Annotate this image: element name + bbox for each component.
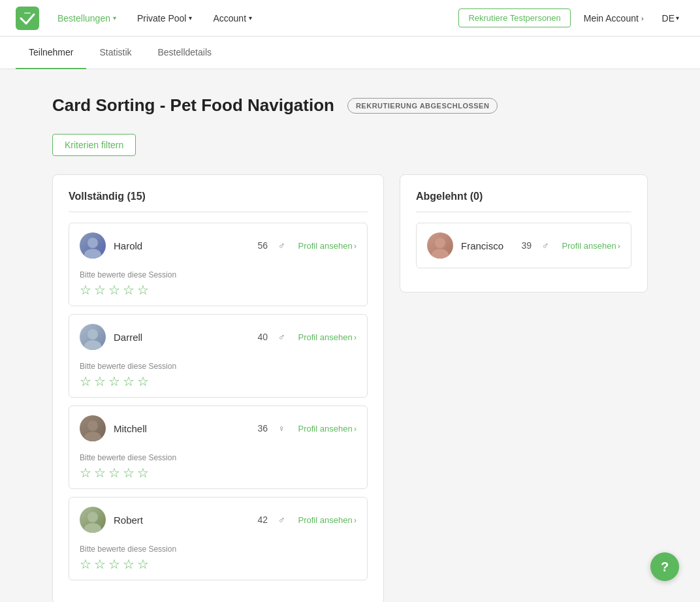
stars-darrell bbox=[80, 375, 357, 388]
page-title-row: Card Sorting - Pet Food Navigation REKRU… bbox=[52, 95, 648, 116]
main-content: Card Sorting - Pet Food Navigation REKRU… bbox=[0, 69, 700, 602]
svg-point-7 bbox=[88, 512, 98, 522]
svg-point-2 bbox=[84, 249, 101, 259]
svg-point-1 bbox=[88, 238, 98, 248]
gender-icon-harold: ♂ bbox=[278, 240, 285, 251]
avatar-harold bbox=[80, 232, 106, 259]
star-3-darrell[interactable] bbox=[108, 375, 120, 388]
stars-harold bbox=[80, 283, 357, 296]
filter-button[interactable]: Kriterien filtern bbox=[52, 134, 136, 156]
stars-robert bbox=[80, 558, 357, 571]
profile-link-robert[interactable]: Profil ansehen › bbox=[298, 515, 357, 525]
star-5-harold[interactable] bbox=[137, 283, 149, 296]
rating-label-darrell: Bitte bewerte diese Session bbox=[80, 362, 357, 371]
avatar-robert bbox=[80, 507, 106, 533]
svg-point-9 bbox=[435, 238, 445, 248]
page-title: Card Sorting - Pet Food Navigation bbox=[52, 95, 334, 116]
tab-teilnehmer[interactable]: Teilnehmer bbox=[16, 37, 86, 69]
star-5-mitchell[interactable] bbox=[137, 466, 149, 479]
svg-point-3 bbox=[88, 329, 98, 340]
columns-container: Vollständig (15) Harold 56 ♂ Profil anse… bbox=[52, 174, 648, 602]
participant-name-harold: Harold bbox=[114, 240, 249, 251]
recruit-button[interactable]: Rekrutiere Testpersonen bbox=[458, 8, 570, 27]
stars-mitchell bbox=[80, 466, 357, 479]
gender-icon-mitchell: ♀ bbox=[278, 423, 285, 434]
chevron-down-icon: ▾ bbox=[676, 14, 679, 22]
star-5-robert[interactable] bbox=[137, 558, 149, 571]
star-1-mitchell[interactable] bbox=[80, 466, 91, 479]
star-2-mitchell[interactable] bbox=[94, 466, 106, 479]
vollstaendig-title: Vollständig (15) bbox=[69, 191, 368, 212]
participant-card-mitchell: Mitchell 36 ♀ Profil ansehen › Bitte bew… bbox=[69, 405, 368, 489]
logo[interactable] bbox=[16, 7, 39, 30]
participant-age-robert: 42 bbox=[257, 515, 268, 525]
svg-point-10 bbox=[432, 249, 449, 259]
nav-private-pool[interactable]: Private Pool ▾ bbox=[129, 0, 200, 37]
star-4-robert[interactable] bbox=[123, 558, 135, 571]
abgelehnt-column: Abgelehnt (0) Francisco 39 ♂ Profil anse… bbox=[400, 174, 648, 293]
svg-rect-0 bbox=[16, 7, 39, 30]
svg-point-5 bbox=[88, 420, 98, 431]
star-2-darrell[interactable] bbox=[94, 375, 106, 388]
participant-name-robert: Robert bbox=[114, 515, 249, 526]
profile-link-mitchell[interactable]: Profil ansehen › bbox=[298, 424, 357, 434]
star-3-harold[interactable] bbox=[108, 283, 120, 296]
status-badge: REKRUTIERUNG ABGESCHLOSSEN bbox=[347, 98, 498, 114]
star-4-mitchell[interactable] bbox=[123, 466, 135, 479]
star-3-mitchell[interactable] bbox=[108, 466, 120, 479]
profile-link-harold[interactable]: Profil ansehen › bbox=[298, 241, 357, 251]
nav-bestellungen[interactable]: Bestellungen ▾ bbox=[50, 0, 124, 37]
star-1-harold[interactable] bbox=[80, 283, 91, 296]
avatar-francisco bbox=[427, 232, 453, 259]
avatar-darrell bbox=[80, 324, 106, 350]
profile-link-francisco[interactable]: Profil ansehen › bbox=[562, 241, 620, 251]
abgelehnt-title: Abgelehnt (0) bbox=[416, 191, 631, 212]
tabs-bar: Teilnehmer Statistik Bestelldetails bbox=[0, 37, 700, 69]
nav-account[interactable]: Account ▾ bbox=[205, 0, 260, 37]
tab-bestelldetails[interactable]: Bestelldetails bbox=[145, 37, 225, 69]
participant-card-francisco: Francisco 39 ♂ Profil ansehen › bbox=[416, 223, 631, 268]
language-selector[interactable]: DE ▾ bbox=[657, 13, 684, 24]
star-4-harold[interactable] bbox=[123, 283, 135, 296]
participant-age-francisco: 39 bbox=[521, 240, 532, 251]
chevron-right-icon: › bbox=[641, 14, 644, 22]
participant-card-harold: Harold 56 ♂ Profil ansehen › Bitte bewer… bbox=[69, 223, 368, 306]
chevron-down-icon: ▾ bbox=[189, 14, 192, 22]
svg-point-4 bbox=[84, 340, 101, 350]
gender-icon-robert: ♂ bbox=[278, 515, 285, 525]
profile-link-darrell[interactable]: Profil ansehen › bbox=[298, 332, 357, 342]
chevron-down-icon: ▾ bbox=[249, 14, 252, 22]
star-5-darrell[interactable] bbox=[137, 375, 149, 388]
star-2-harold[interactable] bbox=[94, 283, 106, 296]
star-1-darrell[interactable] bbox=[80, 375, 91, 388]
participant-name-mitchell: Mitchell bbox=[114, 423, 249, 434]
vollstaendig-column: Vollständig (15) Harold 56 ♂ Profil anse… bbox=[52, 174, 384, 602]
participant-age-darrell: 40 bbox=[257, 332, 268, 342]
participant-age-harold: 56 bbox=[257, 240, 268, 251]
rating-label-mitchell: Bitte bewerte diese Session bbox=[80, 453, 357, 462]
help-button[interactable]: ? bbox=[650, 552, 679, 581]
star-2-robert[interactable] bbox=[94, 558, 106, 571]
star-4-darrell[interactable] bbox=[123, 375, 135, 388]
star-1-robert[interactable] bbox=[80, 558, 91, 571]
svg-point-6 bbox=[84, 432, 101, 441]
star-3-robert[interactable] bbox=[108, 558, 120, 571]
participant-age-mitchell: 36 bbox=[257, 423, 268, 434]
mein-account-link[interactable]: Mein Account › bbox=[576, 13, 652, 24]
participant-card-darrell: Darrell 40 ♂ Profil ansehen › Bitte bewe… bbox=[69, 314, 368, 398]
participant-name-darrell: Darrell bbox=[114, 332, 249, 343]
chevron-down-icon: ▾ bbox=[113, 14, 116, 22]
tab-statistik[interactable]: Statistik bbox=[86, 37, 144, 69]
svg-point-8 bbox=[84, 523, 101, 533]
avatar-mitchell bbox=[80, 415, 106, 441]
participant-card-robert: Robert 42 ♂ Profil ansehen › Bitte bewer… bbox=[69, 497, 368, 580]
navbar: Bestellungen ▾ Private Pool ▾ Account ▾ … bbox=[0, 0, 700, 37]
gender-icon-darrell: ♂ bbox=[278, 332, 285, 342]
gender-icon-francisco: ♂ bbox=[542, 240, 549, 251]
rating-label-robert: Bitte bewerte diese Session bbox=[80, 545, 357, 554]
participant-name-francisco: Francisco bbox=[461, 240, 513, 251]
rating-label-harold: Bitte bewerte diese Session bbox=[80, 270, 357, 279]
